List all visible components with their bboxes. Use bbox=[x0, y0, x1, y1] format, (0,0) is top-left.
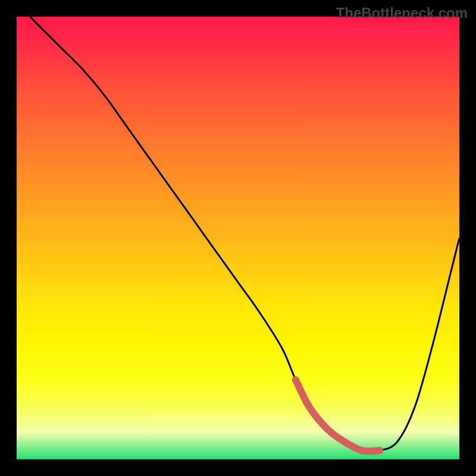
plot-area bbox=[17, 17, 459, 459]
highlight-marker bbox=[296, 380, 380, 451]
watermark-text: TheBottleneck.com bbox=[336, 5, 468, 21]
chart-svg bbox=[17, 17, 459, 459]
bottleneck-curve-path bbox=[30, 17, 459, 452]
